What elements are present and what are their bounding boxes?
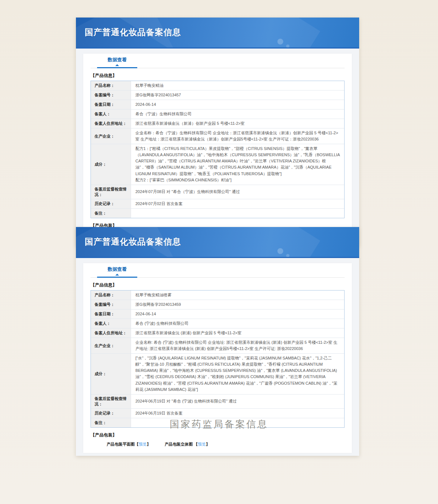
field-value: 浙江省慈溪市新浦镇金沅（新浦）创新产业园 5 号楼<11-2>室 <box>131 119 344 128</box>
packaging-stereo-label: 产品包装立体图 <box>165 442 194 446</box>
decor-dot <box>277 39 283 45</box>
field-value: 枕草子晚安精油喷雾 <box>131 291 344 300</box>
field-label: 备案日期： <box>91 100 131 109</box>
field-value: 企业名称: 希合 (宁波) 生物科技有限公司 企业地址: 浙江省慈溪市新浦镇金沅… <box>131 338 344 353</box>
decor-dot <box>277 248 283 254</box>
field-label: 备案后监督检查情况： <box>91 395 131 408</box>
content-card: 数据查看 【产品信息】 产品名称： 枕草子晚安精油 备案编号： 浙G妆网备字20… <box>83 54 352 243</box>
section-title-packaging: 【产品包装】 <box>91 432 345 438</box>
field-value: 2024-06-14 <box>131 309 344 319</box>
image-caption: 国家药监局备案信息 <box>0 418 438 431</box>
table-row: 生产企业： 企业名称：希合（宁波）生物科技有限公司 企业地址：浙江省慈溪市新浦镇… <box>91 128 344 144</box>
section-title-product-info: 【产品信息】 <box>91 282 345 288</box>
table-row: 历史记录： 2024年06月19日 首次备案 <box>91 409 344 418</box>
field-label: 备案人： <box>91 109 131 119</box>
field-value: 2024年07月08日 对 "希合（宁波）生物科技有限公司" 通过 <box>131 185 344 199</box>
tab-bar: 数据查看 <box>91 54 345 68</box>
product-info-table: 产品名称： 枕草子晚安精油喷雾 备案编号： 浙G妆网备字2024013459 备… <box>91 290 345 428</box>
bracket: 【 <box>135 442 139 446</box>
field-label: 备案后监督检查情况： <box>91 185 131 199</box>
panel-header: 国产普通化妆品备案信息 <box>76 227 359 258</box>
field-label: 成分： <box>91 144 131 184</box>
field-label: 备注： <box>91 209 131 218</box>
field-value <box>131 209 344 218</box>
field-value: ["水"，"沉香 (AQUILARIAE LIGNUM RESINATUM) 提… <box>131 354 344 394</box>
table-row: 备案人住所地址： 浙江省慈溪市新浦镇金沅 (新浦) 创新产业园 5 号楼<11-… <box>91 328 344 338</box>
preview-link-stereo[interactable]: 预览 <box>198 442 206 446</box>
bracket: 【 <box>194 442 198 446</box>
tab-bar: 数据查看 <box>91 263 345 278</box>
filing-panel-1: 国产普通化妆品备案信息 数据查看 【产品信息】 产品名称： 枕草子晚安精油 备案… <box>76 18 359 246</box>
table-row: 产品名称： 枕草子晚安精油 <box>91 81 344 91</box>
packaging-stereo-group: 产品包装立体图 【预览】 <box>165 442 210 447</box>
table-row: 备案人： 希合（宁波）生物科技有限公司 <box>91 109 344 119</box>
field-value: 希合（宁波）生物科技有限公司 <box>131 109 344 119</box>
field-label: 成分： <box>91 354 131 394</box>
table-row: 成分： ["水"，"沉香 (AQUILARIAE LIGNUM RESINATU… <box>91 354 344 394</box>
field-value: 2024年07月02日 首次备案 <box>131 199 344 208</box>
field-label: 历史记录： <box>91 199 131 208</box>
table-row: 备案人住所地址： 浙江省慈溪市新浦镇金沅（新浦）创新产业园 5 号楼<11-2>… <box>91 119 344 128</box>
field-label: 产品名称： <box>91 81 131 90</box>
field-label: 备案人： <box>91 319 131 328</box>
table-row: 历史记录： 2024年07月02日 首次备案 <box>91 199 344 209</box>
field-value: 希合 (宁波) 生物科技有限公司 <box>131 319 344 328</box>
field-label: 备案人住所地址： <box>91 328 131 338</box>
field-value: 2024年06月19日 对 "希合 (宁波) 生物科技有限公司" 通过 <box>131 395 344 408</box>
table-row: 备案后监督检查情况： 2024年06月19日 对 "希合 (宁波) 生物科技有限… <box>91 395 344 409</box>
field-label: 生产企业： <box>91 338 131 353</box>
field-value: 浙G妆网备字2024013457 <box>131 91 344 100</box>
table-row: 备案日期： 2024-06-14 <box>91 309 344 319</box>
table-row: 备案后监督检查情况： 2024年07月08日 对 "希合（宁波）生物科技有限公司… <box>91 185 344 199</box>
decor-dot <box>286 254 289 257</box>
field-value: 配方1：["柑橘（CITRUS RETICULATA）果皮提取物"，"甜橙（CI… <box>131 144 344 184</box>
packaging-flat-group: 产品包装平面图【预览】 <box>107 442 151 447</box>
field-label: 备案人住所地址： <box>91 119 131 128</box>
bracket: 】 <box>147 442 151 446</box>
field-value: 枕草子晚安精油 <box>131 81 344 90</box>
page-title: 国产普通化妆品备案信息 <box>85 27 181 38</box>
preview-link-flat[interactable]: 预览 <box>139 442 147 446</box>
table-row: 备案人： 希合 (宁波) 生物科技有限公司 <box>91 319 344 328</box>
table-row: 产品名称： 枕草子晚安精油喷雾 <box>91 291 344 300</box>
field-value: 企业名称：希合（宁波）生物科技有限公司 企业地址：浙江省慈溪市新浦镇金沅（新浦）… <box>131 128 344 144</box>
page-background: 国产普通化妆品备案信息 数据查看 【产品信息】 产品名称： 枕草子晚安精油 备案… <box>0 0 438 504</box>
table-row: 备注： <box>91 209 344 218</box>
packaging-flat-label: 产品包装平面图 <box>107 442 135 446</box>
bracket: 】 <box>206 442 210 446</box>
panel-header: 国产普通化妆品备案信息 <box>76 18 359 49</box>
page-title: 国产普通化妆品备案信息 <box>85 236 181 247</box>
field-value: 浙G妆网备字2024013459 <box>131 300 344 309</box>
field-label: 产品名称： <box>91 291 131 300</box>
table-row: 备案编号： 浙G妆网备字2024013457 <box>91 91 344 100</box>
table-row: 备案编号： 浙G妆网备字2024013459 <box>91 300 344 309</box>
field-label: 备案日期： <box>91 309 131 319</box>
field-value: 浙江省慈溪市新浦镇金沅 (新浦) 创新产业园 5 号楼<11-2>室 <box>131 328 344 338</box>
table-row: 备案日期： 2024-06-14 <box>91 100 344 109</box>
tab-data-view[interactable]: 数据查看 <box>97 266 137 278</box>
product-info-table: 产品名称： 枕草子晚安精油 备案编号： 浙G妆网备字2024013457 备案日… <box>91 81 345 218</box>
packaging-links: 产品包装平面图【预览】 产品包装立体图 【预览】 <box>107 442 345 447</box>
field-label: 历史记录： <box>91 409 131 418</box>
panel-body: 数据查看 【产品信息】 产品名称： 枕草子晚安精油 备案编号： 浙G妆网备字20… <box>76 49 359 246</box>
field-label: 备案编号： <box>91 91 131 100</box>
decor-dot <box>286 45 289 48</box>
field-label: 生产企业： <box>91 128 131 144</box>
field-value: 2024-06-14 <box>131 100 344 109</box>
table-row: 生产企业： 企业名称: 希合 (宁波) 生物科技有限公司 企业地址: 浙江省慈溪… <box>91 338 344 354</box>
field-value: 2024年06月19日 首次备案 <box>131 409 344 418</box>
tab-data-view[interactable]: 数据查看 <box>97 57 137 68</box>
section-title-product-info: 【产品信息】 <box>91 73 345 79</box>
table-row: 成分： 配方1：["柑橘（CITRUS RETICULATA）果皮提取物"，"甜… <box>91 144 344 185</box>
field-label: 备案编号： <box>91 300 131 309</box>
